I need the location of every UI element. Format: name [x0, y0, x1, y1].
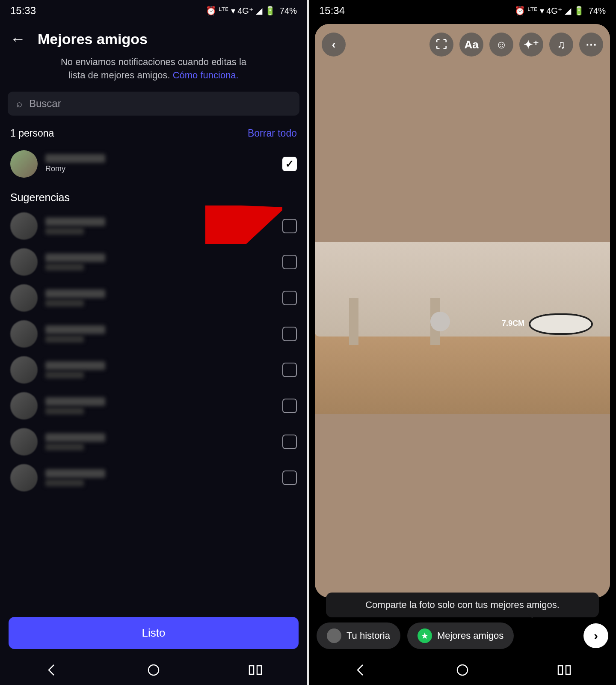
story-canvas[interactable]: 7.9CM — [315, 24, 610, 598]
list-item[interactable] — [10, 280, 297, 316]
username-blurred — [45, 300, 84, 307]
username: Romy — [45, 164, 275, 173]
suggestions-title: Sugerencias — [0, 182, 307, 208]
text-icon: Aa — [464, 38, 478, 51]
list-item[interactable] — [10, 316, 297, 352]
best-friends-label: Mejores amigos — [437, 630, 503, 641]
checkbox[interactable] — [282, 327, 297, 341]
svg-rect-4 — [558, 666, 563, 674]
username-blurred — [45, 264, 84, 271]
username-blurred — [45, 480, 84, 486]
more-button[interactable]: ⋯ — [579, 33, 603, 57]
more-icon: ⋯ — [586, 38, 597, 51]
music-button[interactable]: ♫ — [549, 33, 573, 57]
search-icon: ⌕ — [16, 98, 22, 110]
status-bar: 15:33 ⏰ ᴸᵀᴱ ▾ 4G⁺ ◢ 🔋 74% — [0, 0, 307, 21]
checkbox[interactable] — [282, 471, 297, 485]
list-item[interactable] — [10, 208, 297, 244]
username-blurred — [45, 444, 84, 450]
nav-recent-icon[interactable] — [557, 662, 573, 678]
back-icon[interactable]: ← — [10, 30, 26, 48]
fullscreen-icon: ⛶ — [436, 38, 447, 51]
text-button[interactable]: Aa — [459, 33, 483, 57]
status-time: 15:33 — [10, 5, 36, 17]
display-name-blurred — [45, 361, 105, 370]
status-indicators: ⏰ ᴸᵀᴱ ▾ 4G⁺ ◢ 🔋 74% — [515, 6, 606, 16]
next-button[interactable]: › — [583, 623, 608, 648]
svg-rect-5 — [566, 666, 570, 674]
display-name-blurred — [45, 289, 105, 298]
avatar — [10, 428, 38, 456]
done-button[interactable]: Listo — [9, 617, 299, 649]
list-item[interactable] — [10, 460, 297, 496]
display-name-blurred — [45, 469, 105, 478]
row-text: Romy — [45, 154, 275, 173]
display-name-blurred — [45, 217, 105, 226]
best-friends-button[interactable]: ★ Mejores amigos — [407, 622, 514, 649]
sticker-button[interactable]: ☺ — [489, 33, 513, 57]
username-blurred — [45, 408, 84, 414]
count-row: 1 persona Borrar todo — [0, 126, 307, 146]
checkbox[interactable] — [282, 435, 297, 449]
sparkle-icon: ✦⁺ — [524, 38, 539, 51]
share-row: Tu historia ★ Mejores amigos › — [317, 622, 608, 649]
chevron-right-icon: › — [594, 628, 598, 643]
checkbox[interactable] — [282, 399, 297, 413]
status-icons: ⏰ ᴸᵀᴱ ▾ 4G⁺ ◢ 🔋 — [206, 6, 275, 16]
share-tooltip: Comparte la foto solo con tus mejores am… — [326, 593, 599, 617]
avatar — [10, 212, 38, 240]
username-blurred — [45, 372, 84, 378]
music-icon: ♫ — [557, 38, 566, 51]
right-screen: 15:34 ⏰ ᴸᵀᴱ ▾ 4G⁺ ◢ 🔋 74% 7.9CM ‹ ⛶ Aa ☺… — [309, 0, 616, 685]
nav-recent-icon[interactable] — [248, 662, 264, 678]
status-indicators: ⏰ ᴸᵀᴱ ▾ 4G⁺ ◢ 🔋 74% — [206, 6, 297, 16]
checkbox[interactable] — [282, 255, 297, 269]
effects-button[interactable]: ✦⁺ — [519, 33, 543, 57]
avatar-icon — [327, 628, 341, 643]
battery-text: 74% — [280, 6, 297, 16]
status-icons: ⏰ ᴸᵀᴱ ▾ 4G⁺ ◢ 🔋 — [515, 6, 584, 16]
your-story-button[interactable]: Tu historia — [317, 622, 400, 649]
page-title: Mejores amigos — [38, 31, 148, 48]
avatar — [10, 150, 38, 178]
nav-home-icon[interactable] — [145, 662, 162, 678]
checkbox-checked[interactable]: ✓ — [282, 157, 297, 171]
username-blurred — [45, 228, 84, 235]
your-story-label: Tu historia — [346, 630, 390, 641]
photo-bottom-pad — [315, 414, 610, 598]
editor-toolbar: ‹ ⛶ Aa ☺ ✦⁺ ♫ ⋯ — [322, 33, 603, 57]
list-item[interactable] — [10, 424, 297, 460]
checkbox[interactable] — [282, 219, 297, 233]
photo-top-pad — [315, 24, 610, 242]
editor-back-button[interactable]: ‹ — [322, 33, 346, 57]
list-item[interactable] — [10, 388, 297, 424]
list-item[interactable]: Romy ✓ — [10, 146, 297, 182]
how-it-works-link[interactable]: Cómo funciona. — [173, 70, 239, 80]
avatar — [10, 464, 38, 491]
avatar — [10, 320, 38, 348]
list-item[interactable] — [10, 352, 297, 388]
search-placeholder: Buscar — [29, 98, 61, 110]
star-icon: ★ — [418, 628, 432, 643]
nav-back-icon[interactable] — [352, 662, 368, 678]
display-name-blurred — [45, 253, 105, 262]
selected-list: Romy ✓ — [0, 146, 307, 182]
clear-all-link[interactable]: Borrar todo — [248, 128, 297, 139]
nav-back-icon[interactable] — [43, 662, 59, 678]
avatar — [10, 284, 38, 312]
left-screen: 15:33 ⏰ ᴸᵀᴱ ▾ 4G⁺ ◢ 🔋 74% ← Mejores amig… — [0, 0, 307, 685]
display-name-blurred — [45, 154, 105, 163]
avatar — [10, 248, 38, 276]
nav-home-icon[interactable] — [454, 662, 471, 678]
header-subtitle: No enviamos notificaciones cuando editas… — [0, 55, 307, 92]
header: ← Mejores amigos — [0, 21, 307, 55]
checkbox[interactable] — [282, 291, 297, 305]
people-count: 1 persona — [10, 128, 54, 139]
chevron-left-icon: ‹ — [332, 38, 336, 51]
subtitle-line2: lista de mejores amigos. — [68, 70, 170, 80]
fullscreen-button[interactable]: ⛶ — [429, 33, 453, 57]
photo-content: 7.9CM — [315, 242, 610, 414]
checkbox[interactable] — [282, 363, 297, 377]
list-item[interactable] — [10, 244, 297, 280]
search-input[interactable]: ⌕ Buscar — [8, 92, 299, 116]
